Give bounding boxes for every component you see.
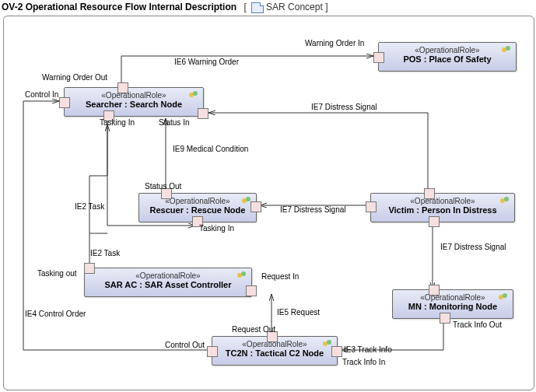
node-label: SAR AC : SAR Asset Controller xyxy=(85,280,251,292)
port-label: Warning Order In xyxy=(305,39,364,47)
port-label: Control Out xyxy=(165,341,205,349)
node-label: Victim : Person In Distress xyxy=(371,205,514,218)
flow-label-ie9: IE9 Medical Condition xyxy=(173,145,248,153)
flow-label-ie2: IE2 Task xyxy=(75,202,104,211)
port-label: Tasking In xyxy=(199,224,234,233)
role-icon xyxy=(500,197,511,205)
node-pos[interactable]: «OperationalRole» POS : Place Of Safety xyxy=(378,42,517,72)
flow-label-ie3: IE3 Track Info xyxy=(344,345,392,354)
role-icon xyxy=(499,293,510,301)
flow-label-ie7: IE7 Distress Signal xyxy=(280,205,345,214)
flow-label-ie6: IE6 Warning Order xyxy=(174,58,239,66)
port-victim-left[interactable] xyxy=(366,201,377,212)
node-label: TC2N : Tactical C2 Node xyxy=(212,348,337,361)
port-label: Track Info Out xyxy=(453,320,502,329)
node-sarac[interactable]: «OperationalRole» SAR AC : SAR Asset Con… xyxy=(84,268,252,297)
role-icon xyxy=(502,46,513,54)
port-warning-order-out[interactable] xyxy=(117,82,128,93)
package-icon xyxy=(251,2,264,13)
port-label: Request Out xyxy=(232,325,275,334)
port-label: Status Out xyxy=(145,182,181,191)
role-icon xyxy=(237,271,248,279)
port-label: Tasking out xyxy=(37,269,77,278)
port-victim-down[interactable] xyxy=(429,216,440,227)
port-control-out[interactable] xyxy=(207,346,218,357)
reference-text: SAR Concept xyxy=(266,2,323,12)
port-status-in[interactable] xyxy=(198,108,208,119)
stereo: «OperationalRole» xyxy=(139,197,256,205)
node-rescuer[interactable]: «OperationalRole» Rescuer : Rescue Node xyxy=(138,193,257,222)
flow-label-ie4: IE4 Control Order xyxy=(25,310,86,318)
port-label: Warning Order Out xyxy=(42,73,107,82)
port-mn-in[interactable] xyxy=(429,285,440,296)
flow-label-ie7: IE7 Distress Signal xyxy=(440,243,506,251)
flow-label-ie7: IE7 Distress Signal xyxy=(311,103,377,111)
stereo: «OperationalRole» xyxy=(371,197,514,205)
flow-label-ie2: IE2 Task xyxy=(90,249,120,257)
diagram-title: OV-2 Operational Resource Flow Internal … xyxy=(2,2,328,13)
port-label: Control In xyxy=(25,90,58,99)
title-reference: [ SAR Concept ] xyxy=(243,2,328,12)
node-label: MN : Monitoring Node xyxy=(393,302,513,314)
node-mn[interactable]: «OperationalRole» MN : Monitoring Node xyxy=(392,289,513,319)
port-label: Status In xyxy=(159,118,189,127)
port-track-info-in[interactable] xyxy=(331,346,342,357)
flow-label-ie5: IE5 Request xyxy=(277,308,320,317)
stereo: «OperationalRole» xyxy=(393,293,513,302)
node-label: Searcher : Search Node xyxy=(65,100,203,112)
node-label: POS : Place Of Safety xyxy=(379,54,516,67)
stereo: «OperationalRole» xyxy=(65,91,203,100)
role-icon xyxy=(189,91,200,99)
port-track-info-out[interactable] xyxy=(440,313,450,324)
port-control-in[interactable] xyxy=(59,97,70,108)
node-searcher[interactable]: «OperationalRole» Searcher : Search Node xyxy=(64,87,204,117)
node-tc2n[interactable]: «OperationalRole» TC2N : Tactical C2 Nod… xyxy=(212,336,338,366)
stereo: «OperationalRole» xyxy=(85,271,251,280)
title-text: OV-2 Operational Resource Flow Internal … xyxy=(2,2,236,12)
port-distress-in[interactable] xyxy=(250,201,261,212)
port-tasking-out[interactable] xyxy=(84,263,95,274)
port-request-in[interactable] xyxy=(246,285,257,296)
port-warning-order-in[interactable] xyxy=(373,52,384,63)
port-victim-up[interactable] xyxy=(424,188,435,199)
port-label: Tasking In xyxy=(100,118,135,127)
node-victim[interactable]: «OperationalRole» Victim : Person In Dis… xyxy=(370,193,515,222)
port-label: Track Info In xyxy=(342,358,385,366)
stereo: «OperationalRole» xyxy=(379,46,516,54)
port-label: Request In xyxy=(261,272,299,281)
